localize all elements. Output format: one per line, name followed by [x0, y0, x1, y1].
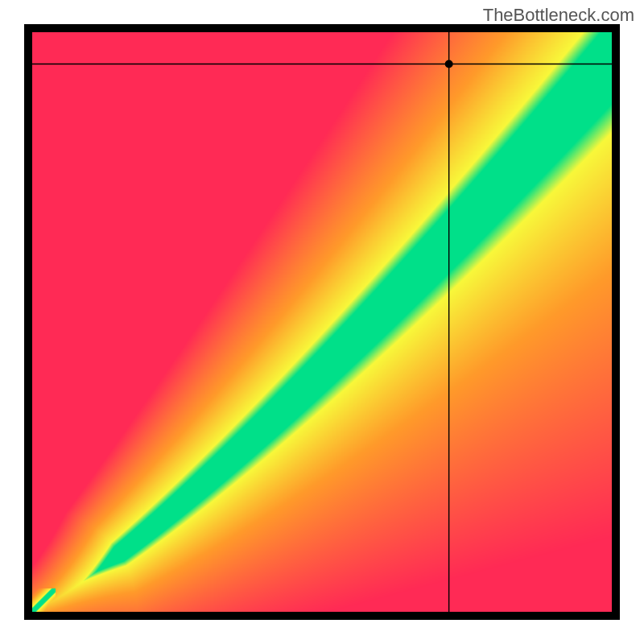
- chart-container: TheBottleneck.com: [0, 0, 644, 644]
- heatmap-plot: [24, 24, 620, 620]
- watermark-text: TheBottleneck.com: [483, 5, 634, 26]
- heatmap-canvas: [24, 24, 620, 620]
